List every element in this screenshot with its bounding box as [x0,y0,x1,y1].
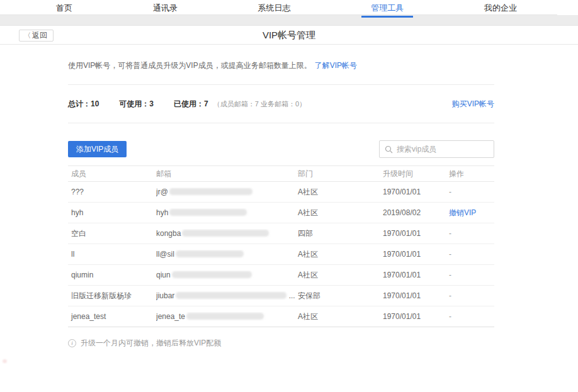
email-redacted-blur [186,313,264,320]
table-row: ??? jr@ A社区 1970/01/01 - [68,182,494,203]
back-button[interactable]: 〈返回 [19,30,54,42]
cell-upgrade-time: 2019/08/02 [383,208,449,217]
cell-email: ll@sil [156,250,298,259]
cell-member: ??? [68,188,156,196]
cell-upgrade-time: 1970/01/01 [383,188,449,196]
cell-member: qiumin [68,271,156,279]
email-redacted-blur [169,209,247,216]
column-header-2: 部门 [298,169,383,179]
stat-used-detail: （成员邮箱：7 业务邮箱：0） [213,99,306,109]
cell-upgrade-time: 1970/01/01 [383,312,449,321]
table-row: qiumin qiun A社区 1970/01/01 - [68,265,494,286]
learn-vip-link[interactable]: 了解VIP帐号 [315,61,357,70]
cell-department: A社区 [298,187,383,198]
cell-action: - [449,188,494,196]
nav-item-2[interactable]: 系统日志 [255,0,293,17]
info-icon: i [68,339,76,347]
toolbar: 添加VIP成员 [68,140,494,158]
email-prefix: qiun [156,271,171,279]
add-vip-member-button[interactable]: 添加VIP成员 [68,141,127,157]
cell-email: qiun [156,271,298,279]
email-prefix: hyh [156,208,168,217]
email-suffix: ... [286,291,295,300]
table-row: ll ll@sil A社区 1970/01/01 - [68,244,494,265]
nav-item-0[interactable]: 首页 [54,0,75,17]
intro-text: 使用VIP帐号，可将普通成员升级为VIP成员，或提高业务邮箱数量上限。 [68,61,312,70]
footer-note-text: 升级一个月内可撤销，撤销后释放VIP配额 [81,338,221,349]
search-icon [385,145,393,154]
stat-available-value: 可使用：3 [119,99,154,108]
stat-total-value: 总计：10 [68,99,99,108]
cell-action: - [449,271,494,279]
cell-member: ll [68,250,156,259]
cell-upgrade-time: 1970/01/01 [383,250,449,259]
cell-email: jenea_te [156,312,298,321]
email-redacted-blur [176,292,286,299]
nav-item-4[interactable]: 我的企业 [482,0,519,17]
cell-action: - [449,250,494,259]
revoke-vip-link[interactable]: 撤销VIP [449,208,476,217]
page-title: VIP帐号管理 [0,26,578,45]
table-row: hyh hyh A社区 2019/08/02 撤销VIP [68,203,494,223]
vip-member-table: 成员邮箱部门升级时间操作 ??? jr@ A社区 1970/01/01 - hy… [68,165,494,327]
column-header-0: 成员 [68,169,156,179]
nav-item-3[interactable]: 管理工具 [368,0,406,17]
email-redacted-blur [169,188,252,195]
cell-member: jenea_test [68,312,156,321]
email-prefix: jenea_te [156,312,185,321]
table-header-row: 成员邮箱部门升级时间操作 [68,165,494,182]
cell-department: 安保部 [298,291,383,301]
search-box[interactable] [379,140,494,158]
cell-upgrade-time: 1970/01/01 [383,271,449,279]
quota-stats: 总计：10 可使用：3 已使用：7 （成员邮箱：7 业务邮箱：0） 购买VIP帐… [68,85,494,123]
cell-email: jiubar ... [156,291,298,300]
footer-note: i 升级一个月内可撤销，撤销后释放VIP配额 [68,338,494,349]
cell-email: kongba [156,229,298,238]
divider-bottom [68,123,494,123]
cell-department: A社区 [298,249,383,260]
back-button-label: 返回 [32,31,47,40]
cell-member: 旧版迁移新版杨珍 [68,291,156,301]
email-redacted-blur [172,271,252,278]
cell-email: jr@ [156,188,298,196]
stat-used: 已使用：7 [174,99,208,109]
cell-action: - [449,291,494,300]
cell-department: 四部 [298,228,383,239]
cell-email: hyh [156,208,298,217]
stat-used-value: 已使用：7 [174,99,208,108]
cell-department: A社区 [298,270,383,281]
cell-action: - [449,312,494,321]
buy-vip-link[interactable]: 购买VIP帐号 [452,99,494,109]
column-header-1: 邮箱 [156,169,298,179]
email-prefix: jr@ [156,188,168,196]
cell-member: 空白 [68,228,156,239]
email-redacted-blur [182,230,269,237]
column-header-4: 操作 [449,169,494,179]
cell-member: hyh [68,208,156,217]
page-header: 〈返回 VIP帐号管理 [0,26,578,45]
stat-available: 可使用：3 [119,99,154,109]
intro-block: 使用VIP帐号，可将普通成员升级为VIP成员，或提高业务邮箱数量上限。了解VIP… [68,45,494,84]
cell-action: 撤销VIP [449,208,494,218]
table-body: ??? jr@ A社区 1970/01/01 - hyh hyh A社区 201… [68,182,494,327]
search-input[interactable] [397,145,489,154]
email-prefix: jiubar [156,291,174,300]
cell-department: A社区 [298,311,383,322]
screen-artifact-mark [3,359,7,363]
nav-item-1[interactable]: 通讯录 [150,0,180,17]
top-navigation: 首页通讯录系统日志管理工具我的企业 [0,0,557,15]
email-prefix: kongba [156,229,181,238]
cell-department: A社区 [298,208,383,218]
column-header-3: 升级时间 [383,169,449,179]
cell-upgrade-time: 1970/01/01 [383,229,449,238]
email-prefix: ll@sil [156,250,174,259]
table-row: 旧版迁移新版杨珍 jiubar ... 安保部 1970/01/01 - [68,286,494,306]
stat-total: 总计：10 [68,99,99,109]
cell-action: - [449,229,494,238]
content-area: 使用VIP帐号，可将普通成员升级为VIP成员，或提高业务邮箱数量上限。了解VIP… [68,45,494,349]
table-row: 空白 kongba 四部 1970/01/01 - [68,223,494,244]
table-row: jenea_test jenea_te A社区 1970/01/01 - [68,306,494,327]
email-redacted-blur [176,250,244,257]
back-chevron-icon: 〈 [24,31,31,39]
cell-upgrade-time: 1970/01/01 [383,291,449,300]
